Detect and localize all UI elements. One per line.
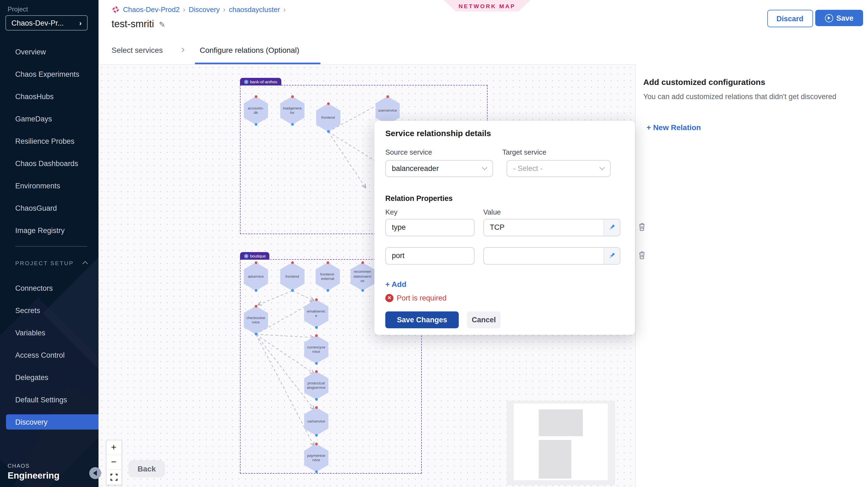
sidebar-item-resilience-probes[interactable]: Resilience Probes [0, 133, 98, 149]
breadcrumb-discovery-link[interactable]: Discovery [189, 5, 220, 13]
breadcrumb-account-link[interactable]: Chaos-Dev-Prod2 [123, 5, 180, 13]
chevron-down-icon [599, 165, 605, 170]
delete-row-button-type[interactable] [638, 222, 647, 232]
property-key-input-port[interactable] [385, 247, 474, 264]
source-service-select[interactable]: balancereader [385, 160, 493, 177]
sidebar-item-secrets[interactable]: Secrets [0, 303, 98, 318]
service-node-frontend[interactable]: frontend [280, 263, 305, 291]
target-service-select[interactable]: - Select - [507, 160, 611, 177]
service-node-paymentservice[interactable]: paymentservice [304, 444, 329, 472]
sidebar-collapse-button[interactable] [89, 467, 101, 479]
brand-engineering: Engineering [8, 470, 60, 481]
sidebar-item-access-control[interactable]: Access Control [0, 347, 98, 363]
property-value-field-port [483, 247, 620, 264]
service-node-recommendationservice[interactable]: recommendationservice [350, 263, 375, 291]
zoom-in-button[interactable]: + [106, 440, 121, 455]
pin-value-button[interactable] [603, 219, 620, 236]
breadcrumb-separator: › [223, 5, 225, 13]
service-node-label: cartservice [304, 407, 329, 435]
service-node-loadgenerator[interactable]: loadgenerator [280, 96, 305, 125]
sidebar-item-chaoshubs[interactable]: ChaosHubs [0, 89, 98, 104]
service-node-adservice[interactable]: adservice [244, 263, 268, 291]
service-node-currencyservice[interactable]: currencyservice [304, 335, 329, 364]
input-port-dot [327, 102, 330, 105]
input-port-dot [315, 298, 317, 301]
sidebar-item-overview[interactable]: Overview [0, 44, 98, 59]
property-value-input-port[interactable] [484, 247, 603, 264]
app-root: Project Chaos-Dev-Pr... › OverviewChaos … [0, 0, 868, 487]
sidebar-item-chaos-dashboards[interactable]: Chaos Dashboards [0, 156, 98, 171]
sidebar-item-environments[interactable]: Environments [0, 178, 98, 193]
property-key-input-type[interactable] [385, 219, 474, 236]
project-name: Chaos-Dev-Pr... [11, 19, 64, 27]
breadcrumb-cluster-link[interactable]: chaosdaycluster [229, 5, 280, 13]
fullscreen-button[interactable] [106, 470, 121, 485]
sidebar-item-default-settings[interactable]: Default Settings [0, 392, 98, 407]
service-node-userservice[interactable]: userservice [375, 96, 400, 125]
input-port-dot [254, 95, 257, 98]
tab-select-services[interactable]: Select services [112, 46, 163, 55]
project-label: Project [8, 5, 28, 13]
input-port-dot [386, 95, 389, 98]
sidebar-item-gamedays[interactable]: GameDays [0, 111, 98, 126]
top-bar: Chaos-Dev-Prod2 › Discovery › chaosdaycl… [98, 0, 868, 38]
service-node-productcatalogservice[interactable]: productcatalogservice [304, 371, 329, 400]
service-node-label: productcatalogservice [304, 371, 329, 400]
output-port-dot [254, 289, 257, 292]
service-node-emailservice[interactable]: emailservice [304, 299, 329, 328]
source-service-label: Source service [385, 148, 432, 156]
chevron-right-icon: › [181, 43, 185, 56]
fullscreen-icon [110, 474, 117, 481]
discard-button[interactable]: Discard [767, 10, 813, 27]
sidebar-item-variables[interactable]: Variables [0, 325, 98, 340]
wizard-tab-bar: Select services › Configure relations (O… [98, 38, 868, 65]
service-node-frontend-external[interactable]: frontend-external [315, 263, 340, 291]
input-port-dot [254, 305, 257, 308]
triangle-left-icon [90, 470, 97, 476]
cluster-badge-bank-of-anthos[interactable]: bank-of-anthos [240, 78, 281, 86]
service-node-label: emailservice [304, 299, 329, 328]
input-port-dot [315, 334, 317, 337]
cluster-badge-boutique[interactable]: boutique [240, 252, 270, 260]
service-node-label: currencyservice [304, 335, 329, 364]
service-node-label: recommendationservice [350, 263, 375, 291]
sidebar-item-chaos-experiments[interactable]: Chaos Experiments [0, 66, 98, 82]
pin-value-button[interactable] [603, 247, 620, 264]
sidebar-item-chaosguard[interactable]: ChaosGuard [0, 200, 98, 216]
add-property-link[interactable]: + Add [385, 280, 406, 288]
edit-pencil-icon[interactable]: ✎ [159, 20, 165, 29]
back-button[interactable]: Back [128, 460, 165, 478]
customized-configurations-panel: Add customized configurations You can ad… [635, 64, 868, 487]
service-node-frontend[interactable]: frontend [316, 103, 340, 132]
output-port-dot [315, 470, 317, 473]
delete-row-button-port[interactable] [638, 251, 647, 261]
service-node-accounts-db[interactable]: accounts-db [244, 96, 268, 125]
input-port-dot [291, 95, 293, 98]
breadcrumb: Chaos-Dev-Prod2 › Discovery › chaosdaycl… [112, 5, 286, 13]
service-node-label: frontend [280, 263, 305, 291]
output-port-dot [315, 362, 317, 365]
property-value-input-type[interactable] [484, 219, 603, 236]
input-port-dot [326, 261, 329, 264]
sidebar-item-connectors[interactable]: Connectors [0, 280, 98, 296]
zoom-out-button[interactable]: − [106, 455, 121, 470]
minimap[interactable] [507, 401, 615, 485]
input-port-dot [361, 261, 364, 264]
sidebar-item-delegates[interactable]: Delegates [0, 370, 98, 385]
play-circle-icon [825, 14, 833, 22]
sidebar-section-project-setup[interactable]: PROJECT SETUP [15, 260, 87, 266]
service-node-checkoutservice[interactable]: checkoutservice [244, 306, 268, 334]
service-node-label: loadgenerator [280, 96, 305, 125]
section-label: PROJECT SETUP [15, 260, 74, 266]
value-column-label: Value [483, 208, 501, 216]
save-changes-button[interactable]: Save Changes [385, 311, 459, 328]
save-button[interactable]: Save [815, 10, 863, 26]
sidebar-item-discovery[interactable]: Discovery [6, 414, 98, 430]
service-node-cartservice[interactable]: cartservice [304, 407, 329, 435]
project-selector[interactable]: Chaos-Dev-Pr... › [5, 15, 88, 30]
tab-configure-relations[interactable]: Configure relations (Optional) [200, 46, 299, 55]
cancel-button[interactable]: Cancel [467, 311, 501, 328]
pin-icon [609, 252, 616, 259]
new-relation-link[interactable]: + New Relation [647, 123, 701, 132]
sidebar-item-image-registry[interactable]: Image Registry [0, 223, 98, 238]
